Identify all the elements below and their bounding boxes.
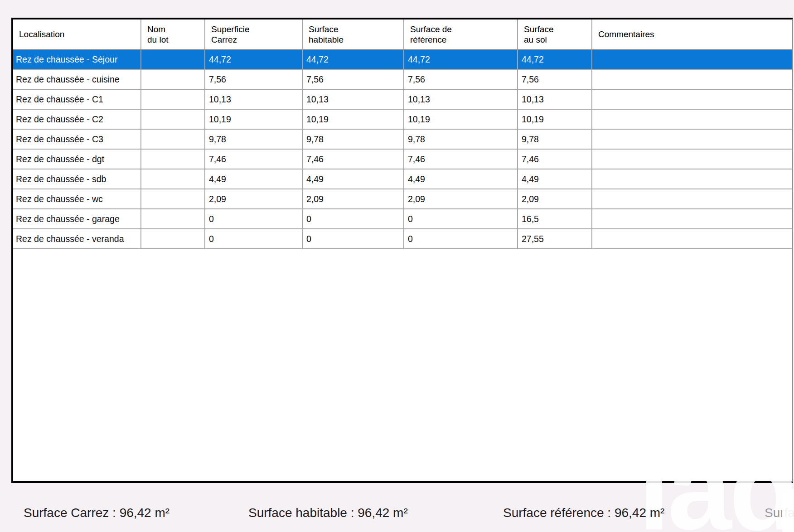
cell-localisation[interactable]: Rez de chaussée - C1 [13, 90, 141, 109]
cell-superficie_carrez[interactable]: 0 [205, 209, 303, 228]
cell-surface_habitable[interactable]: 0 [303, 229, 404, 248]
header-row: LocalisationNom du lotSuperficie CarrezS… [13, 19, 792, 50]
cell-localisation[interactable]: Rez de chaussée - C3 [13, 130, 141, 149]
cell-superficie_carrez[interactable]: 7,56 [205, 70, 303, 89]
cell-surface_reference[interactable]: 7,56 [404, 70, 518, 89]
cell-superficie_carrez[interactable]: 9,78 [205, 130, 303, 149]
cell-localisation[interactable]: Rez de chaussée - dgt [13, 150, 141, 169]
cell-surface_au_sol[interactable]: 27,55 [518, 229, 592, 248]
cell-commentaires[interactable] [592, 229, 792, 248]
cell-surface_reference[interactable]: 4,49 [404, 169, 518, 189]
table-row[interactable]: Rez de chaussée - garage00016,5 [13, 209, 792, 229]
cell-commentaires[interactable] [592, 130, 792, 149]
cell-surface_au_sol[interactable]: 7,46 [518, 150, 592, 169]
cell-surface_habitable[interactable]: 9,78 [303, 130, 404, 149]
cell-commentaires[interactable] [592, 209, 792, 228]
cell-surface_habitable[interactable]: 2,09 [303, 189, 404, 208]
cell-surface_reference[interactable]: 10,19 [404, 110, 518, 129]
cell-nom_du_lot[interactable] [141, 50, 205, 69]
cell-surface_reference[interactable]: 2,09 [404, 189, 518, 208]
cell-surface_reference[interactable]: 0 [404, 229, 518, 248]
cell-nom_du_lot[interactable] [141, 110, 205, 129]
cell-surface_habitable[interactable]: 4,49 [303, 169, 404, 189]
table-row[interactable]: Rez de chaussée - C110,1310,1310,1310,13 [13, 90, 792, 110]
cell-surface_au_sol[interactable]: 44,72 [518, 50, 592, 69]
surfaces-table: LocalisationNom du lotSuperficie CarrezS… [11, 18, 793, 483]
cell-surface_au_sol[interactable]: 10,13 [518, 90, 592, 109]
column-header-surface_au_sol[interactable]: Surface au sol [518, 19, 592, 49]
cell-nom_du_lot[interactable] [141, 130, 205, 149]
cell-localisation[interactable]: Rez de chaussée - wc [13, 189, 141, 208]
column-header-superficie_carrez[interactable]: Superficie Carrez [205, 19, 303, 49]
column-header-surface_habitable[interactable]: Surface habitable [303, 19, 404, 49]
cell-localisation[interactable]: Rez de chaussée - Séjour [13, 50, 141, 69]
summary-surface-habitable: Surface habitable : 96,42 m² [248, 504, 408, 522]
cell-surface_reference[interactable]: 44,72 [404, 50, 518, 69]
cell-superficie_carrez[interactable]: 10,13 [205, 90, 303, 109]
cell-localisation[interactable]: Rez de chaussée - garage [13, 209, 141, 228]
cell-nom_du_lot[interactable] [141, 189, 205, 208]
cell-localisation[interactable]: Rez de chaussée - veranda [13, 229, 141, 248]
cell-surface_habitable[interactable]: 44,72 [303, 50, 404, 69]
cell-commentaires[interactable] [592, 150, 792, 169]
cell-commentaires[interactable] [592, 189, 792, 208]
cell-nom_du_lot[interactable] [141, 229, 205, 248]
table-row[interactable]: Rez de chaussée - veranda00027,55 [13, 229, 792, 249]
cell-superficie_carrez[interactable]: 0 [205, 229, 303, 248]
cell-surface_reference[interactable]: 0 [404, 209, 518, 228]
table-row[interactable]: Rez de chaussée - sdb4,494,494,494,49 [13, 169, 792, 189]
column-header-localisation[interactable]: Localisation [13, 19, 141, 49]
cell-commentaires[interactable] [592, 110, 792, 129]
cell-superficie_carrez[interactable]: 7,46 [205, 150, 303, 169]
cell-surface_habitable[interactable]: 7,56 [303, 70, 404, 89]
summary-surface-clipped: Surfa [765, 504, 794, 522]
table-row[interactable]: Rez de chaussée - cuisine7,567,567,567,5… [13, 70, 792, 90]
cell-superficie_carrez[interactable]: 4,49 [205, 169, 303, 189]
cell-localisation[interactable]: Rez de chaussée - sdb [13, 169, 141, 189]
table-row[interactable]: Rez de chaussée - C210,1910,1910,1910,19 [13, 110, 792, 130]
cell-localisation[interactable]: Rez de chaussée - cuisine [13, 70, 141, 89]
cell-nom_du_lot[interactable] [141, 169, 205, 189]
table-body: Rez de chaussée - Séjour44,7244,7244,724… [13, 50, 792, 249]
column-header-surface_reference[interactable]: Surface de référence [404, 19, 518, 49]
column-header-commentaires[interactable]: Commentaires [592, 19, 792, 49]
cell-surface_reference[interactable]: 7,46 [404, 150, 518, 169]
table-row[interactable]: Rez de chaussée - C39,789,789,789,78 [13, 130, 792, 150]
cell-surface_au_sol[interactable]: 10,19 [518, 110, 592, 129]
cell-surface_au_sol[interactable]: 9,78 [518, 130, 592, 149]
summary-surface-carrez: Surface Carrez : 96,42 m² [24, 504, 169, 522]
summary-surface-reference: Surface référence : 96,42 m² [503, 504, 664, 522]
column-header-nom_du_lot[interactable]: Nom du lot [141, 19, 205, 49]
cell-nom_du_lot[interactable] [141, 209, 205, 228]
cell-nom_du_lot[interactable] [141, 70, 205, 89]
table-row[interactable]: Rez de chaussée - Séjour44,7244,7244,724… [13, 50, 792, 70]
cell-surface_habitable[interactable]: 10,13 [303, 90, 404, 109]
cell-surface_habitable[interactable]: 10,19 [303, 110, 404, 129]
table-row[interactable]: Rez de chaussée - wc2,092,092,092,09 [13, 189, 792, 209]
table-header: LocalisationNom du lotSuperficie CarrezS… [13, 19, 792, 50]
cell-surface_habitable[interactable]: 7,46 [303, 150, 404, 169]
cell-localisation[interactable]: Rez de chaussée - C2 [13, 110, 141, 129]
cell-commentaires[interactable] [592, 169, 792, 189]
cell-nom_du_lot[interactable] [141, 150, 205, 169]
cell-surface_au_sol[interactable]: 4,49 [518, 169, 592, 189]
cell-surface_reference[interactable]: 9,78 [404, 130, 518, 149]
cell-nom_du_lot[interactable] [141, 90, 205, 109]
cell-commentaires[interactable] [592, 50, 792, 69]
cell-superficie_carrez[interactable]: 2,09 [205, 189, 303, 208]
cell-surface_habitable[interactable]: 0 [303, 209, 404, 228]
cell-surface_au_sol[interactable]: 2,09 [518, 189, 592, 208]
page: LocalisationNom du lotSuperficie CarrezS… [0, 0, 794, 532]
cell-surface_au_sol[interactable]: 7,56 [518, 70, 592, 89]
table-row[interactable]: Rez de chaussée - dgt7,467,467,467,46 [13, 150, 792, 169]
cell-superficie_carrez[interactable]: 10,19 [205, 110, 303, 129]
cell-commentaires[interactable] [592, 90, 792, 109]
cell-superficie_carrez[interactable]: 44,72 [205, 50, 303, 69]
cell-surface_au_sol[interactable]: 16,5 [518, 209, 592, 228]
cell-commentaires[interactable] [592, 70, 792, 89]
cell-surface_reference[interactable]: 10,13 [404, 90, 518, 109]
